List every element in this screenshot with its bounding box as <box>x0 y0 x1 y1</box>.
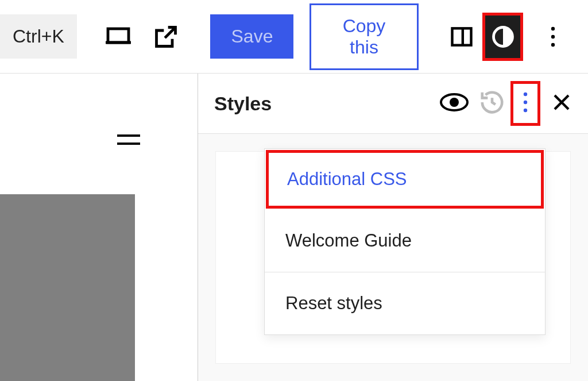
panel-title: Styles <box>214 93 430 115</box>
copy-this-button[interactable]: Copy this <box>310 3 418 70</box>
svg-point-14 <box>524 101 527 104</box>
svg-point-7 <box>551 34 554 38</box>
svg-line-2 <box>165 27 175 37</box>
styles-contrast-icon[interactable] <box>485 15 521 59</box>
panel-more-icon[interactable] <box>516 86 535 121</box>
revisions-history-icon[interactable] <box>479 89 505 118</box>
styles-panel-header: Styles <box>198 74 588 134</box>
svg-point-8 <box>551 43 554 46</box>
external-link-icon[interactable] <box>153 21 180 53</box>
editor-canvas <box>0 74 198 381</box>
stylebook-eye-icon[interactable] <box>440 93 469 114</box>
svg-point-13 <box>524 93 527 96</box>
menu-item-additional-css[interactable]: Additional CSS <box>267 151 543 207</box>
content-placeholder-block <box>0 194 135 381</box>
styles-panel-body: Additional CSS Welcome Guide Reset style… <box>198 134 588 381</box>
svg-point-6 <box>551 26 554 30</box>
styles-panel: Styles <box>198 74 588 381</box>
sidebar-toggle-icon[interactable] <box>444 15 480 59</box>
command-shortcut-button[interactable]: Ctrl+K <box>0 14 77 59</box>
top-toolbar: Ctrl+K Save Copy this <box>0 0 588 74</box>
main-body: Styles <box>0 74 588 381</box>
menu-icon[interactable] <box>115 131 142 151</box>
device-desktop-icon[interactable] <box>105 21 132 53</box>
svg-point-15 <box>524 109 527 112</box>
styles-more-menu: Additional CSS Welcome Guide Reset style… <box>264 148 546 335</box>
svg-rect-0 <box>108 29 129 43</box>
save-button[interactable]: Save <box>210 14 293 59</box>
close-panel-icon[interactable] <box>551 92 572 115</box>
more-options-icon[interactable] <box>539 21 566 53</box>
svg-point-12 <box>450 98 459 107</box>
menu-item-reset-styles[interactable]: Reset styles <box>265 272 545 334</box>
menu-item-welcome-guide[interactable]: Welcome Guide <box>265 210 545 272</box>
